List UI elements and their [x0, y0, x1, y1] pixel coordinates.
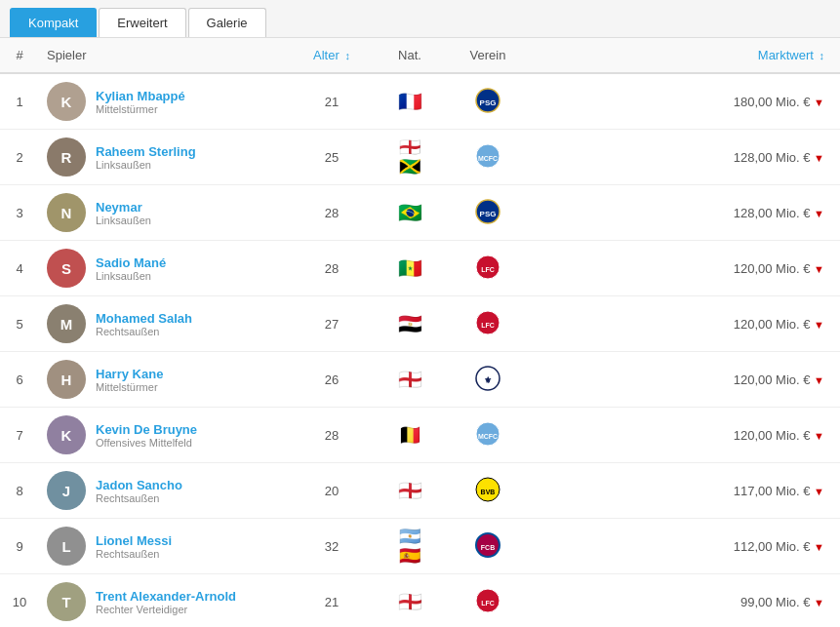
player-position: Linksaußen [96, 215, 151, 226]
player-name[interactable]: Jadon Sancho [96, 478, 182, 492]
tab-bar: Kompakt Erweitert Galerie [0, 0, 840, 38]
tab-erweitert[interactable]: Erweitert [99, 8, 185, 37]
table-row: 6 H Harry Kane Mittelstürmer 26 🏴󠁧󠁢󠁥󠁮󠁧󠁿 … [0, 352, 840, 408]
svg-text:⚜: ⚜ [484, 375, 492, 385]
player-cell: H Harry Kane Mittelstürmer [39, 352, 293, 408]
svg-text:MCFC: MCFC [478, 155, 498, 162]
club-cell: ⚜ [449, 352, 527, 408]
rank-cell: 10 [0, 574, 39, 628]
rank-cell: 5 [0, 296, 39, 352]
nat-cell: 🇫🇷 [371, 73, 449, 130]
players-table: # Spieler Alter ↕ Nat. Verein Marktwert … [0, 38, 840, 627]
club-cell: LFC [449, 296, 527, 352]
tab-kompakt[interactable]: Kompakt [10, 8, 97, 37]
player-name[interactable]: Lionel Messi [96, 533, 172, 548]
player-name[interactable]: Trent Alexander-Arnold [96, 589, 236, 604]
club-cell: PSG [449, 73, 527, 130]
player-cell: L Lionel Messi Rechtsaußen [39, 519, 293, 574]
svg-text:LFC: LFC [481, 600, 495, 607]
player-cell: S Sadio Mané Linksaußen [39, 241, 293, 296]
nat-cell: 🇪🇬 [371, 296, 449, 352]
table-row: 3 N Neymar Linksaußen 28 🇧🇷 PSG 128,00 M… [0, 185, 840, 241]
rank-cell: 9 [0, 519, 39, 574]
player-position: Mittelstürmer [96, 103, 185, 115]
age-cell: 28 [293, 241, 371, 296]
player-cell: N Neymar Linksaußen [39, 185, 293, 241]
player-cell: R Raheem Sterling Linksaußen [39, 130, 293, 185]
table-row: 5 M Mohamed Salah Rechtsaußen 27 🇪🇬 LFC … [0, 296, 840, 352]
col-nat: Nat. [371, 38, 449, 73]
value-cell: 120,00 Mio. € ▼ [527, 296, 840, 352]
trend-icon: ▼ [814, 208, 824, 219]
player-cell: J Jadon Sancho Rechtsaußen [39, 463, 293, 519]
trend-icon: ▼ [814, 319, 824, 331]
tab-galerie[interactable]: Galerie [188, 8, 266, 37]
age-cell: 20 [293, 463, 371, 519]
rank-cell: 3 [0, 185, 39, 241]
age-cell: 25 [293, 130, 371, 185]
svg-text:BVB: BVB [481, 489, 496, 495]
col-club: Verein [449, 38, 527, 73]
trend-icon: ▼ [814, 430, 824, 442]
player-cell: K Kylian Mbappé Mittelstürmer [39, 73, 293, 130]
rank-cell: 8 [0, 463, 39, 519]
trend-icon: ▼ [814, 486, 824, 497]
club-cell: LFC [449, 574, 527, 628]
table-row: 2 R Raheem Sterling Linksaußen 25 🏴󠁧󠁢󠁥󠁮󠁧… [0, 130, 840, 185]
player-position: Linksaußen [96, 159, 196, 171]
svg-text:MCFC: MCFC [478, 433, 498, 440]
value-sort-icon: ↕ [820, 50, 825, 61]
nat-cell: 🏴󠁧󠁢󠁥󠁮󠁧󠁿 [371, 574, 449, 628]
club-cell: LFC [449, 241, 527, 296]
col-value[interactable]: Marktwert ↕ [527, 38, 840, 73]
trend-icon: ▼ [814, 541, 824, 553]
trend-icon: ▼ [814, 374, 824, 386]
club-cell: MCFC [449, 408, 527, 463]
player-cell: K Kevin De Bruyne Offensives Mittelfeld [39, 408, 293, 463]
player-position: Mittelstürmer [96, 381, 163, 393]
player-position: Rechtsaußen [96, 492, 182, 504]
col-player: Spieler [39, 38, 293, 73]
table-row: 1 K Kylian Mbappé Mittelstürmer 21 🇫🇷 PS… [0, 73, 840, 130]
table-row: 9 L Lionel Messi Rechtsaußen 32 🇦🇷🇪🇸 FCB… [0, 519, 840, 574]
value-cell: 120,00 Mio. € ▼ [527, 352, 840, 408]
rank-cell: 6 [0, 352, 39, 408]
value-cell: 128,00 Mio. € ▼ [527, 185, 840, 241]
table-row: 10 T Trent Alexander-Arnold Rechter Vert… [0, 574, 840, 628]
table-row: 7 K Kevin De Bruyne Offensives Mittelfel… [0, 408, 840, 463]
col-age[interactable]: Alter ↕ [293, 38, 371, 73]
value-cell: 99,00 Mio. € ▼ [527, 574, 840, 628]
value-cell: 112,00 Mio. € ▼ [527, 519, 840, 574]
player-position: Rechtsaußen [96, 548, 172, 560]
rank-cell: 2 [0, 130, 39, 185]
player-position: Rechter Verteidiger [96, 604, 236, 615]
player-name[interactable]: Neymar [96, 200, 151, 215]
club-cell: MCFC [449, 130, 527, 185]
age-cell: 27 [293, 296, 371, 352]
club-cell: BVB [449, 463, 527, 519]
player-name[interactable]: Harry Kane [96, 367, 163, 381]
value-cell: 128,00 Mio. € ▼ [527, 130, 840, 185]
nat-cell: 🇧🇪 [371, 408, 449, 463]
player-name[interactable]: Mohamed Salah [96, 311, 192, 326]
table-row: 4 S Sadio Mané Linksaußen 28 🇸🇳 LFC 120,… [0, 241, 840, 296]
value-cell: 117,00 Mio. € ▼ [527, 463, 840, 519]
player-name[interactable]: Kevin De Bruyne [96, 422, 197, 437]
svg-text:LFC: LFC [481, 322, 495, 329]
tabs-container: Kompakt Erweitert Galerie [0, 0, 840, 38]
value-cell: 120,00 Mio. € ▼ [527, 241, 840, 296]
trend-icon: ▼ [814, 152, 824, 164]
age-cell: 28 [293, 185, 371, 241]
player-name[interactable]: Sadio Mané [96, 255, 166, 270]
nat-cell: 🇦🇷🇪🇸 [371, 519, 449, 574]
player-cell: M Mohamed Salah Rechtsaußen [39, 296, 293, 352]
player-name[interactable]: Raheem Sterling [96, 144, 196, 159]
player-name[interactable]: Kylian Mbappé [96, 89, 185, 103]
club-cell: FCB [449, 519, 527, 574]
player-position: Rechtsaußen [96, 326, 192, 337]
trend-icon: ▼ [814, 597, 824, 608]
player-position: Linksaußen [96, 270, 166, 282]
trend-icon: ▼ [814, 263, 824, 275]
value-cell: 180,00 Mio. € ▼ [527, 73, 840, 130]
club-cell: PSG [449, 185, 527, 241]
